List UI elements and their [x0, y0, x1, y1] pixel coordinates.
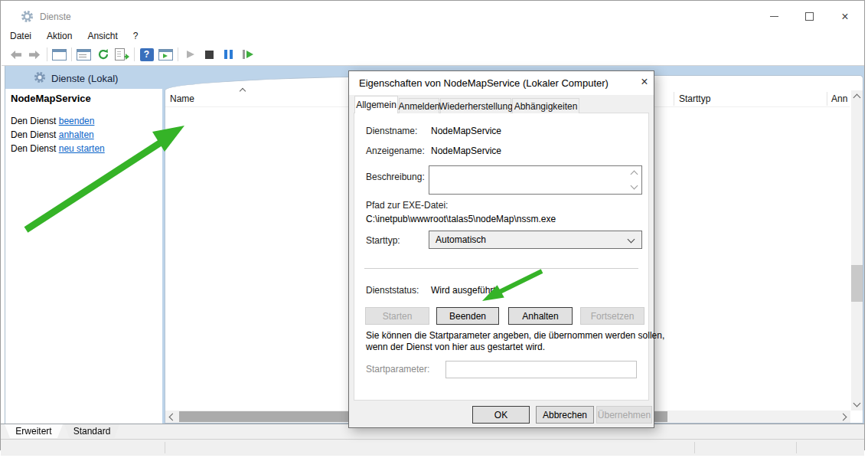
dialog-title: Eigenschaften von NodeMapService (Lokale… — [359, 77, 609, 89]
toolbar-separator — [71, 47, 72, 61]
maximize-button[interactable] — [791, 7, 827, 26]
statusbar-divider — [694, 442, 695, 453]
pause-service-icon[interactable] — [219, 46, 238, 63]
statusbar-divider — [796, 442, 797, 453]
dienststatus-label: Dienststatus: — [366, 285, 419, 296]
dialog-close-icon[interactable]: × — [635, 73, 654, 91]
screen: ∨ nodeMap_du Dienste × Datei Aktion Ansi… — [0, 0, 868, 458]
column-header-anmelden[interactable]: Ann — [831, 93, 847, 104]
action-restart-line: Den Dienst neu starten — [11, 143, 105, 154]
scroll-right-button[interactable] — [838, 411, 850, 423]
uebernehmen-button[interactable]: Übernehmen — [596, 406, 652, 424]
tab-anmelden[interactable]: Anmelden — [399, 98, 439, 113]
beschreibung-label: Beschreibung: — [366, 172, 425, 182]
selected-service-title: NodeMapService — [11, 93, 91, 104]
help-icon[interactable]: ? — [137, 46, 156, 63]
startparameter-input[interactable] — [445, 361, 637, 378]
column-header-starttyp[interactable]: Starttyp — [679, 93, 710, 104]
tab-wiederherstellung[interactable]: Wiederherstellung — [440, 98, 511, 113]
column-header-name[interactable]: Name — [170, 93, 194, 104]
starten-button[interactable]: Starten — [365, 307, 429, 325]
toolbar-separator — [47, 47, 47, 61]
tab-erweitert[interactable]: Erweitert — [5, 424, 63, 438]
menu-datei[interactable]: Datei — [2, 29, 39, 43]
scroll-down-button[interactable] — [851, 398, 863, 411]
stop-service-link[interactable]: beenden — [59, 116, 95, 126]
back-icon[interactable] — [6, 46, 25, 63]
scroll-up-button[interactable] — [851, 90, 863, 103]
column-divider[interactable] — [827, 92, 827, 106]
forward-icon[interactable] — [25, 46, 44, 63]
chevron-down-icon — [628, 236, 635, 244]
anhalten-button[interactable]: Anhalten — [508, 307, 573, 325]
abbrechen-button[interactable]: Abbrechen — [536, 406, 594, 424]
startparameter-label: Startparameter: — [366, 364, 429, 375]
app-gear-icon — [21, 10, 34, 26]
vertical-scrollbar-thumb[interactable] — [851, 265, 863, 302]
column-divider[interactable] — [674, 92, 674, 106]
toolbar: ? — [2, 44, 864, 66]
tab-abhaengigkeiten[interactable]: Abhängigkeiten — [512, 98, 579, 113]
menu-bar: Datei Aktion Ansicht ? — [2, 28, 145, 44]
start-service-icon[interactable] — [181, 46, 200, 63]
scroll-down-icon[interactable] — [631, 182, 638, 190]
beschreibung-textarea[interactable] — [429, 165, 642, 195]
close-button[interactable]: × — [827, 7, 863, 26]
vertical-scrollbar[interactable] — [851, 90, 863, 411]
dienstname-value: NodeMapService — [431, 126, 501, 136]
beenden-button[interactable]: Beenden — [436, 307, 499, 325]
properties-icon[interactable] — [74, 46, 93, 63]
minimize-button[interactable] — [756, 7, 791, 26]
refresh-list-icon[interactable] — [93, 46, 113, 63]
window-title: Dienste — [40, 11, 71, 22]
anzeigename-label: Anzeigename: — [366, 146, 425, 156]
toolbar-separator — [134, 47, 135, 61]
restart-service-icon[interactable] — [238, 46, 257, 63]
menu-aktion[interactable]: Aktion — [39, 29, 80, 43]
dialog-separator — [364, 268, 638, 269]
scope-gear-icon — [34, 71, 46, 87]
starttyp-select[interactable]: Automatisch — [429, 231, 642, 249]
action-stop-line: Den Dienst beenden — [11, 116, 94, 126]
startparameter-hint-line2: wenn der Dienst von hier aus gestartet w… — [366, 342, 545, 352]
stop-service-icon[interactable] — [200, 46, 219, 63]
dienstname-label: Dienstname: — [366, 126, 417, 136]
action-pause-line: Den Dienst anhalten — [11, 129, 94, 140]
pfad-label: Pfad zur EXE-Datei: — [366, 200, 448, 211]
export-list-icon[interactable] — [113, 46, 132, 63]
starttyp-label: Starttyp: — [366, 235, 400, 246]
fortsetzen-button[interactable]: Fortsetzen — [580, 307, 644, 325]
statusbar-divider — [165, 442, 165, 453]
show-extended-view-icon[interactable] — [156, 46, 175, 63]
tab-allgemein[interactable]: Allgemein — [354, 96, 398, 113]
toolbar-separator — [178, 47, 178, 61]
startparameter-hint-line1: Sie können die Startparameter angeben, d… — [366, 330, 664, 341]
dienststatus-value: Wird ausgeführt — [431, 285, 496, 296]
restart-service-link[interactable]: neu starten — [59, 143, 105, 154]
pfad-value: C:\inetpub\wwwroot\talas5\nodeMap\nssm.e… — [366, 214, 556, 224]
menu-ansicht[interactable]: Ansicht — [80, 29, 125, 43]
scroll-left-button[interactable] — [165, 411, 178, 423]
menu-help[interactable]: ? — [126, 29, 146, 43]
pause-service-link[interactable]: anhalten — [59, 129, 94, 140]
ok-button[interactable]: OK — [472, 406, 530, 424]
anzeigename-value: NodeMapService — [431, 146, 501, 156]
show-console-tree-icon[interactable] — [50, 46, 69, 63]
scroll-up-icon[interactable] — [631, 171, 638, 178]
status-bar — [1, 439, 864, 456]
tab-standard[interactable]: Standard — [64, 424, 119, 438]
scope-header[interactable]: Dienste (Lokal) — [51, 73, 118, 84]
